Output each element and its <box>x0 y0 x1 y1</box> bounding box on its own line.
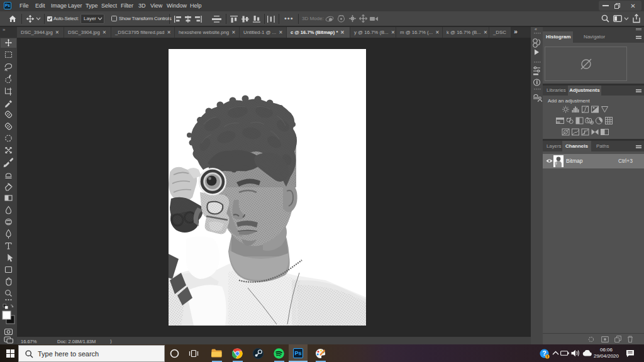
svg-text:«: « <box>535 27 537 31</box>
